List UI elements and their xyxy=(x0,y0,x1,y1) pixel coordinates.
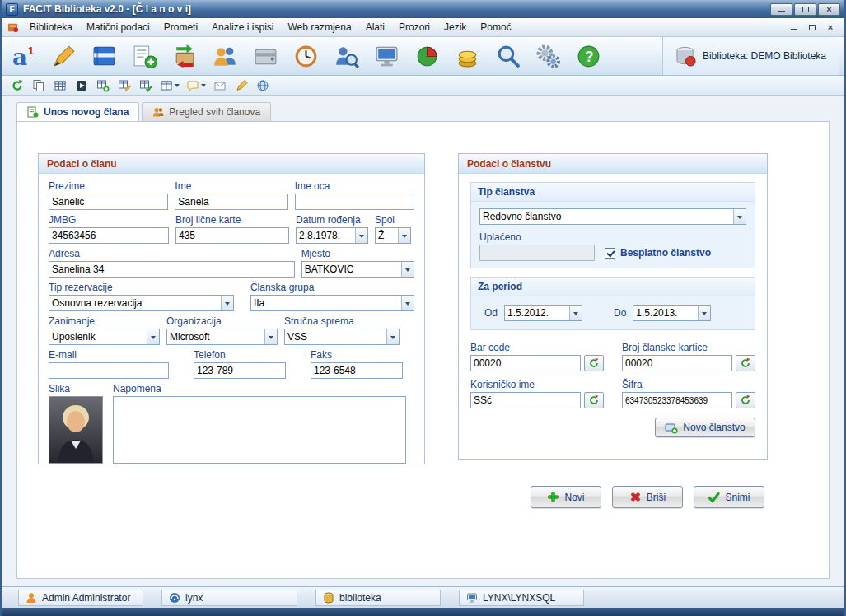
menu-prometi[interactable]: Prometi xyxy=(157,19,204,35)
datum-select[interactable]: 2.8.1978. xyxy=(296,227,368,244)
zanimanje-select[interactable]: Uposlenik xyxy=(49,329,160,345)
za-period-label: Za period xyxy=(471,278,755,296)
minimize-button[interactable] xyxy=(770,3,792,16)
prezime-input[interactable] xyxy=(49,194,168,210)
tip-rezervacije-select[interactable]: Osnovna rezervacija xyxy=(49,295,234,311)
generate-barcode-button[interactable] xyxy=(584,355,604,371)
menu-biblioteka[interactable]: Biblioteka xyxy=(23,19,79,35)
menu-maticni-podaci[interactable]: Matični podaci xyxy=(80,19,157,35)
minimize-icon xyxy=(778,11,785,12)
table-icon[interactable] xyxy=(51,77,69,94)
media-player-icon[interactable] xyxy=(72,77,91,94)
snimi-label: Snimi xyxy=(725,492,750,503)
menu-analize-i-ispisi[interactable]: Analize i ispisi xyxy=(205,19,280,35)
coins-icon[interactable] xyxy=(451,40,484,73)
envelope-icon[interactable] xyxy=(211,77,229,94)
organizacija-select[interactable]: Microsoft xyxy=(166,329,278,345)
add-member-icon[interactable] xyxy=(128,40,161,73)
members-icon[interactable] xyxy=(208,40,242,73)
jmbg-input[interactable] xyxy=(49,227,169,244)
clock-icon[interactable] xyxy=(289,40,323,73)
small-toolbar xyxy=(2,76,844,96)
database-icon xyxy=(675,45,697,68)
napomena-textarea[interactable] xyxy=(113,396,406,464)
member-photo[interactable] xyxy=(49,396,103,464)
ime-oca-input[interactable] xyxy=(295,194,414,210)
do-date-select[interactable]: 1.5.2013. xyxy=(633,305,711,321)
globe-icon[interactable] xyxy=(254,77,272,94)
mdi-restore-button[interactable] xyxy=(806,22,818,32)
clanska-grupa-select[interactable]: IIa xyxy=(250,295,414,311)
grid-add-icon[interactable] xyxy=(94,77,112,94)
grid-edit-icon[interactable] xyxy=(115,77,133,94)
novo-clanstvo-label: Novo članstvo xyxy=(683,422,745,433)
chevron-down-icon[interactable] xyxy=(733,209,746,224)
mdi-close-button[interactable]: × xyxy=(825,22,836,32)
licna-input[interactable] xyxy=(175,227,289,244)
chevron-down-icon[interactable] xyxy=(355,228,367,243)
generate-password-button[interactable] xyxy=(736,392,755,408)
strucna-sprema-select[interactable]: VSS xyxy=(284,329,400,345)
settings-gears-icon[interactable] xyxy=(531,40,565,73)
chevron-down-icon[interactable] xyxy=(264,329,277,344)
mdi-minimize-button[interactable] xyxy=(788,22,800,32)
monitor-icon[interactable] xyxy=(370,40,404,73)
chart-icon[interactable] xyxy=(410,40,444,73)
bar-code-input[interactable] xyxy=(470,355,581,371)
chevron-down-icon[interactable] xyxy=(698,306,710,320)
chevron-down-icon[interactable] xyxy=(401,262,414,277)
besplatno-clanstvo-checkbox[interactable]: Besplatno članstvo xyxy=(605,247,711,259)
mjesto-label: Mjesto xyxy=(301,248,414,259)
chevron-down-icon[interactable] xyxy=(221,296,233,310)
member-groupbox: Podaci o članu Prezime Ime Ime oca JMBG … xyxy=(38,153,425,464)
letter-a-icon[interactable]: a1 xyxy=(7,40,40,73)
generate-card-number-button[interactable] xyxy=(736,355,755,371)
mjesto-select[interactable]: BATKOVIC xyxy=(301,261,414,278)
table-menu-icon[interactable] xyxy=(158,77,181,94)
menu-jezik[interactable]: Jezik xyxy=(437,19,473,35)
chevron-down-icon[interactable] xyxy=(398,228,410,243)
maximize-button[interactable] xyxy=(794,3,816,16)
tab-unos-novog-clana[interactable]: Unos novog člana xyxy=(16,102,139,121)
korisnicko-ime-input[interactable] xyxy=(470,392,581,408)
tip-clanstva-select[interactable]: Redovno članstvo xyxy=(479,208,746,225)
circulation-icon[interactable] xyxy=(168,40,202,73)
chevron-down-icon[interactable] xyxy=(569,306,582,320)
chevron-down-icon[interactable] xyxy=(401,296,414,310)
novo-clanstvo-button[interactable]: Novo članstvo xyxy=(655,418,755,437)
menu-pomoc[interactable]: Pomoć xyxy=(474,19,517,35)
snimi-button[interactable]: Snimi xyxy=(694,486,764,508)
faks-input[interactable] xyxy=(311,362,403,379)
sifra-input[interactable] xyxy=(622,392,732,408)
menu-web-razmjena[interactable]: Web razmjena xyxy=(281,19,358,35)
broj-kartice-input[interactable] xyxy=(622,355,732,371)
tab-pregled-svih-clanova[interactable]: Pregled svih članova xyxy=(142,102,271,121)
book-icon[interactable] xyxy=(87,40,121,73)
regenerate-icon xyxy=(588,394,600,406)
adresa-label: Adresa xyxy=(49,248,295,259)
help-icon[interactable]: ? xyxy=(572,40,605,73)
spol-select[interactable]: Ž xyxy=(375,227,411,244)
wallet-icon[interactable] xyxy=(249,40,283,73)
copy-icon[interactable] xyxy=(30,77,48,94)
chevron-down-icon[interactable] xyxy=(386,329,399,344)
novi-button[interactable]: Novi xyxy=(531,486,601,508)
pencil-icon[interactable] xyxy=(232,77,250,94)
generate-username-button[interactable] xyxy=(584,392,604,408)
email-input[interactable] xyxy=(49,362,169,379)
comment-menu-icon[interactable] xyxy=(185,77,208,94)
brisi-button[interactable]: Briši xyxy=(612,486,683,508)
od-date-select[interactable]: 1.5.2012. xyxy=(504,305,582,321)
menu-alati[interactable]: Alati xyxy=(359,19,391,35)
ime-input[interactable] xyxy=(175,194,287,210)
search-icon[interactable] xyxy=(491,40,525,73)
telefon-input[interactable] xyxy=(194,362,286,379)
close-button[interactable]: × xyxy=(818,3,840,16)
refresh-icon[interactable] xyxy=(8,77,26,94)
chevron-down-icon[interactable] xyxy=(147,329,159,344)
member-search-icon[interactable] xyxy=(330,40,363,73)
edit-pen-icon[interactable] xyxy=(47,40,81,73)
menu-prozori[interactable]: Prozori xyxy=(392,19,437,35)
grid-check-icon[interactable] xyxy=(137,77,155,94)
adresa-input[interactable] xyxy=(49,261,295,278)
